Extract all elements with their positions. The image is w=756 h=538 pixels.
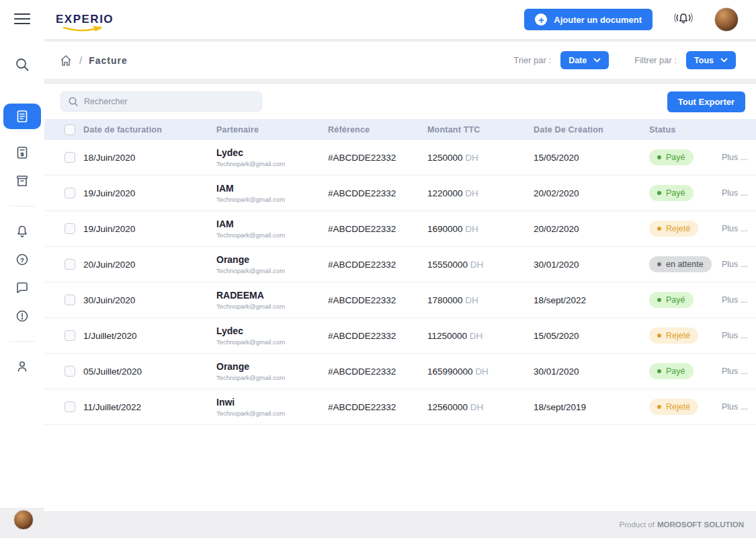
search-input[interactable]	[84, 97, 255, 106]
currency-label: DH	[465, 224, 478, 234]
row-checkbox[interactable]	[65, 152, 75, 163]
status-label: en attente	[666, 260, 704, 269]
row-more-button[interactable]: Plus ...	[716, 224, 756, 233]
currency-label: DH	[465, 188, 478, 198]
currency-label: DH	[470, 331, 483, 341]
filter-dropdown[interactable]: Tous	[686, 51, 736, 69]
sidebar-item-alerts[interactable]	[7, 302, 38, 330]
amount-value: 165990000	[427, 367, 473, 377]
sort-value: Date	[569, 56, 587, 65]
row-more-button[interactable]: Plus ...	[716, 367, 756, 376]
sidebar-divider	[9, 206, 35, 206]
invoice-date: 19/Juin/2020	[83, 188, 216, 198]
svg-text:$: $	[21, 151, 24, 157]
sidebar-item-billing[interactable]: $	[7, 139, 38, 167]
amount-value: 11250000	[427, 331, 467, 341]
sidebar-item-invoices-active[interactable]	[3, 104, 41, 129]
sort-dropdown[interactable]: Date	[560, 51, 609, 69]
partner-name: Inwi	[216, 397, 328, 408]
row-more-button[interactable]: Plus ...	[716, 402, 756, 412]
top-header: EXPERIO + Ajouter un document	[44, 0, 756, 40]
add-document-label: Ajouter un document	[554, 15, 642, 25]
invoice-document-icon	[15, 110, 29, 123]
add-document-button[interactable]: + Ajouter un document	[524, 9, 653, 30]
amount-value: 1780000	[427, 295, 463, 305]
filter-value: Tous	[694, 56, 714, 65]
footer-brand: MOROSOFT SOLUTION	[657, 521, 744, 529]
search-icon	[15, 57, 30, 72]
row-checkbox[interactable]	[65, 188, 75, 198]
currency-label: DH	[470, 402, 484, 412]
hamburger-menu-button[interactable]	[7, 5, 38, 32]
app-logo[interactable]: EXPERIO	[56, 13, 114, 26]
footer-prefix: Product of	[620, 521, 655, 529]
row-more-button[interactable]: Plus ...	[716, 260, 756, 269]
row-checkbox[interactable]	[65, 259, 75, 270]
row-checkbox[interactable]	[65, 366, 75, 377]
user-avatar[interactable]	[714, 7, 739, 32]
table-row: 30/Juin/2020 RADEEMA Technopark@gmail.co…	[44, 282, 756, 318]
table-toolbar: Tout Exporter	[44, 84, 756, 119]
status-badge: Payé	[649, 185, 694, 201]
table-row: 05/Juillet/2020 Orange Technopark@gmail.…	[44, 354, 756, 389]
partner-name: IAM	[216, 219, 328, 229]
notification-bell-icon[interactable]	[673, 11, 694, 28]
status-label: Payé	[666, 295, 685, 305]
filter-label: Filtrer par :	[634, 55, 677, 65]
sidebar-item-help[interactable]: ?	[7, 245, 38, 274]
invoice-reference: #ABCDDE22332	[328, 188, 427, 198]
sidebar-item-messages[interactable]	[7, 274, 38, 302]
creation-date: 18/sept/2022	[534, 295, 649, 305]
sidebar-item-orders[interactable]	[7, 167, 38, 195]
home-icon[interactable]	[59, 54, 73, 67]
status-label: Rejeté	[666, 402, 690, 412]
partner-email: Technopark@gmail.com	[216, 231, 328, 239]
currency-label: DH	[465, 153, 478, 163]
sidebar: $ ?	[0, 0, 44, 508]
status-dot-icon	[657, 155, 661, 159]
creation-date: 18/sept/2019	[534, 402, 649, 412]
select-all-checkbox[interactable]	[65, 124, 75, 135]
invoice-date: 20/Juin/2020	[83, 260, 216, 270]
sidebar-item-profile[interactable]	[7, 352, 38, 381]
row-checkbox[interactable]	[65, 295, 75, 305]
alert-circle-icon	[15, 309, 29, 323]
partner-email: Technopark@gmail.com	[216, 338, 328, 346]
row-more-button[interactable]: Plus ...	[716, 188, 756, 198]
row-checkbox[interactable]	[65, 401, 75, 412]
amount-value: 15550000	[427, 260, 468, 270]
row-more-button[interactable]: Plus ...	[716, 331, 756, 340]
status-badge: en attente	[649, 256, 712, 272]
sidebar-item-notifications[interactable]	[7, 217, 38, 245]
amount-value: 12560000	[427, 402, 468, 412]
invoice-date: 18/Juin/2020	[83, 153, 216, 163]
partner-email: Technopark@gmail.com	[216, 303, 328, 310]
table-header-row: Date de facturation Partenaire Référence…	[44, 119, 756, 140]
column-header-amount: Montant TTC	[427, 125, 534, 134]
invoice-reference: #ABCDDE22332	[328, 153, 427, 163]
table-row: 1/Juillet/2020 Lydec Technopark@gmail.co…	[44, 318, 756, 354]
currency-label: DH	[475, 367, 489, 377]
row-checkbox[interactable]	[65, 223, 75, 234]
partner-name: IAM	[216, 183, 328, 194]
page-footer: Product of MOROSOFT SOLUTION	[0, 511, 756, 538]
sidebar-search-button[interactable]	[7, 51, 38, 78]
status-badge: Rejeté	[649, 328, 698, 344]
amount-value: 1690000	[427, 224, 463, 234]
export-all-button[interactable]: Tout Exporter	[667, 91, 745, 112]
logo-text: EXPERIO	[56, 13, 114, 26]
row-checkbox[interactable]	[65, 330, 75, 341]
status-label: Payé	[666, 153, 685, 162]
billing-document-icon: $	[15, 146, 29, 159]
creation-date: 30/01/2020	[534, 260, 649, 270]
partner-email: Technopark@gmail.com	[216, 196, 328, 203]
chat-bubble-icon	[15, 281, 29, 295]
row-more-button[interactable]: Plus ...	[716, 153, 756, 162]
breadcrumb-bar: / Facture Trier par : Date Filtrer par :…	[44, 42, 756, 79]
row-more-button[interactable]: Plus ...	[716, 295, 756, 305]
table-row: 11/Juillet/2022 Inwi Technopark@gmail.co…	[44, 389, 756, 425]
creation-date: 20/02/2020	[534, 224, 649, 234]
invoice-date: 30/Juin/2020	[83, 295, 216, 305]
sidebar-divider	[9, 341, 35, 342]
hamburger-icon	[14, 13, 30, 25]
